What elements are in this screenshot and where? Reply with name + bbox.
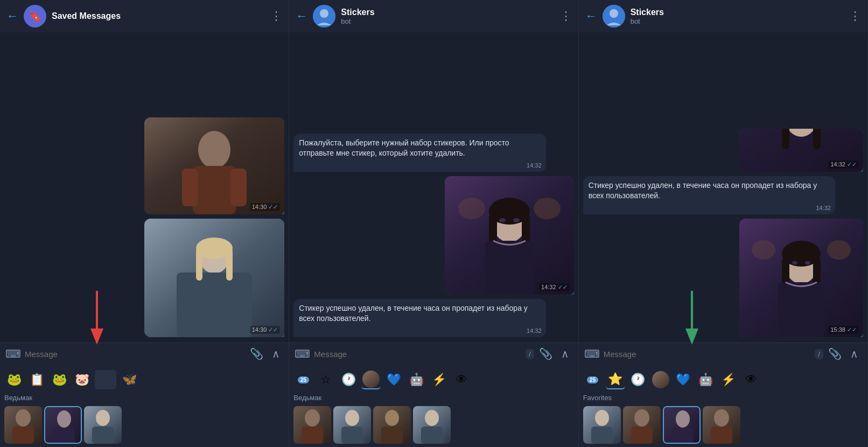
more-button-2[interactable]: ⋮ <box>560 9 572 23</box>
message-out-1: 14:30 ✓✓ <box>144 117 284 214</box>
message-input-3[interactable] <box>604 350 811 359</box>
attach-icon-3[interactable]: 📎 <box>828 347 843 360</box>
sticker-thumb-2-1[interactable] <box>293 406 331 444</box>
sticker-thumb-3-4[interactable] <box>703 406 740 444</box>
slash-button-3[interactable]: / <box>815 349 823 359</box>
sticker-thumb-3-3[interactable] <box>663 406 701 444</box>
sticker-tab-robot[interactable]: 🤖 <box>407 370 426 389</box>
more-button[interactable]: ⋮ <box>270 9 282 23</box>
svg-point-32 <box>534 198 561 219</box>
sticker-thumb-3-2[interactable] <box>623 406 661 444</box>
sticker-tabs-2: 25 ☆ 🕐 💙 🤖 ⚡ 👁 <box>289 368 578 392</box>
header-stickers-2: ← Stickers bot ⋮ <box>579 0 867 32</box>
sticker-thumb-2-2[interactable] <box>333 406 371 444</box>
sticker-tab-eye-3[interactable]: 👁 <box>741 370 761 389</box>
slash-button-2[interactable]: / <box>526 349 534 359</box>
svg-rect-67 <box>591 427 613 444</box>
svg-point-66 <box>595 410 609 426</box>
bottom-bar-1: ⌨ 📎 ∧ 🐸 📋 🐸 🐷 🦋 Ведьмак <box>0 343 289 447</box>
sticker-tab-star[interactable]: ☆ <box>316 370 335 389</box>
back-button-2[interactable]: ← <box>296 10 307 22</box>
svg-rect-45 <box>421 427 443 444</box>
message-input-1[interactable] <box>25 350 244 359</box>
input-row-3: ⌨ / 📎 ∧ <box>579 343 867 365</box>
sticker-tab-clipboard[interactable]: 📋 <box>27 370 46 389</box>
expand-icon-2[interactable]: ∧ <box>558 347 573 360</box>
svg-point-69 <box>634 409 649 427</box>
keyboard-icon-2[interactable]: ⌨ <box>295 347 310 360</box>
timestamp-1: 14:30 ✓✓ <box>250 203 281 211</box>
sticker-tabs-1: 🐸 📋 🐸 🐷 🦋 <box>0 368 289 392</box>
svg-rect-51 <box>782 129 789 149</box>
timestamp-in-3: 14:32 <box>583 204 835 214</box>
sticker-tray-2: 25 ☆ 🕐 💙 🤖 ⚡ 👁 Ведьмак <box>289 365 578 447</box>
sticker-thumb-1-2[interactable] <box>44 406 82 444</box>
back-button-3[interactable]: ← <box>585 10 597 22</box>
sticker-tab-frog2[interactable]: 🐸 <box>50 370 69 389</box>
keyboard-icon-3[interactable]: ⌨ <box>584 347 599 360</box>
keyboard-icon-1[interactable]: ⌨ <box>5 347 20 360</box>
svg-point-14 <box>16 409 31 427</box>
sticker-tab-badge-3[interactable]: 25 <box>583 370 603 389</box>
attach-icon-2[interactable]: 📎 <box>538 347 554 360</box>
sticker-tray-3: 25 ⭐ 🕐 💙 🤖 ⚡ 👁 Favorites <box>579 365 867 447</box>
sticker-set-label-2: Ведьмак <box>289 392 578 404</box>
sticker-set-label-1: Ведьмак <box>0 392 289 404</box>
chat-area-1: 14:30 ✓✓ <box>0 32 289 343</box>
bottom-bar-3: ⌨ / 📎 ∧ 25 ⭐ 🕐 💙 🤖 ⚡ 👁 Favorites <box>579 343 867 447</box>
message-out-4: 14:32 ✓✓ <box>739 129 863 172</box>
svg-point-33 <box>458 198 485 219</box>
svg-rect-70 <box>631 427 653 444</box>
sticker-tab-badge[interactable]: 25 <box>293 370 313 389</box>
sticker-thumb-2-3[interactable] <box>373 406 411 444</box>
timestamp-2: 14:30 ✓✓ <box>250 326 281 334</box>
sticker-tab-witcher-thumb-3[interactable] <box>651 370 670 389</box>
header-stickers-1: ← Stickers bot ⋮ <box>289 0 578 32</box>
sticker-thumb-1-3[interactable] <box>84 406 122 444</box>
sticker-thumb-2-4[interactable] <box>413 406 451 444</box>
sticker-tab-robot-3[interactable]: 🤖 <box>696 370 716 389</box>
sticker-tab-clock-3[interactable]: 🕐 <box>628 370 648 389</box>
sticker-thumb-1-1[interactable] <box>4 406 42 444</box>
header-title-2: Stickers <box>341 8 554 17</box>
sticker-tab-witcher-thumb[interactable] <box>361 370 381 389</box>
svg-rect-18 <box>53 428 75 444</box>
svg-point-72 <box>676 410 690 428</box>
sticker-tab-clock[interactable]: 🕐 <box>339 370 358 389</box>
svg-rect-3 <box>182 169 198 206</box>
expand-icon-1[interactable]: ∧ <box>268 347 283 360</box>
sticker-tab-blue[interactable]: 💙 <box>384 370 403 389</box>
input-row-2: ⌨ / 📎 ∧ <box>289 343 578 365</box>
message-out-2: 14:30 ✓✓ <box>144 219 284 337</box>
svg-rect-4 <box>230 169 247 206</box>
sticker-grid-1 <box>0 404 289 447</box>
sticker-tab-star-3[interactable]: ⭐ <box>606 370 625 389</box>
svg-point-20 <box>96 410 110 426</box>
sticker-thumb-3-1[interactable] <box>583 406 621 444</box>
sticker-tab-lightning[interactable]: ⚡ <box>429 370 449 389</box>
sticker-tab-box[interactable] <box>95 370 116 389</box>
header-title-3: Stickers <box>631 8 844 17</box>
avatar-saved: 🔖 <box>24 5 46 27</box>
chat-area-3: 14:32 ✓✓ Стикер успешно удален, в течени… <box>579 32 867 343</box>
svg-rect-21 <box>92 427 114 444</box>
sticker-tab-pig[interactable]: 🐷 <box>72 370 92 389</box>
expand-icon-3[interactable]: ∧ <box>847 347 862 360</box>
back-button[interactable]: ← <box>6 10 18 22</box>
message-input-2[interactable] <box>314 350 521 359</box>
sticker-tab-eye[interactable]: 👁 <box>452 370 471 389</box>
sticker-tab-butterfly[interactable]: 🦋 <box>120 370 139 389</box>
sticker-tab-lightning-3[interactable]: ⚡ <box>719 370 738 389</box>
svg-rect-42 <box>381 427 403 444</box>
message-out-5: 15:38 ✓✓ <box>739 219 863 337</box>
attach-icon-1[interactable]: 📎 <box>249 347 264 360</box>
svg-point-44 <box>425 410 439 426</box>
timestamp-4: 14:32 ✓✓ <box>828 160 859 169</box>
svg-rect-7 <box>177 273 252 337</box>
svg-point-17 <box>57 410 71 428</box>
more-button-3[interactable]: ⋮ <box>849 9 861 23</box>
header-title: Saved Messages <box>52 11 265 21</box>
timestamp-5: 15:38 ✓✓ <box>828 326 859 334</box>
sticker-tab-blue-3[interactable]: 💙 <box>674 370 693 389</box>
sticker-tab-frog1[interactable]: 🐸 <box>4 370 24 389</box>
